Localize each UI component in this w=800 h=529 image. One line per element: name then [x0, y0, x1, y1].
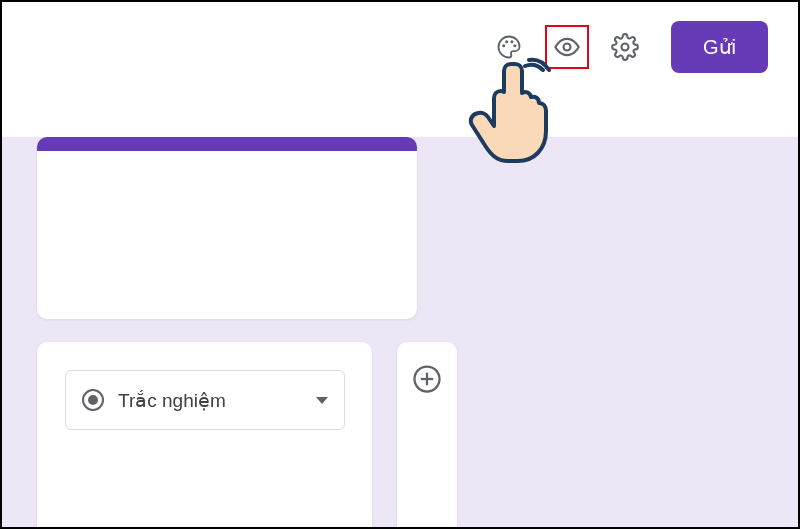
form-canvas: Trắc nghiệm: [2, 137, 798, 527]
form-title-card[interactable]: [37, 137, 417, 319]
preview-icon[interactable]: [545, 25, 589, 69]
card-accent-bar: [37, 137, 417, 151]
question-toolbar: [397, 342, 457, 529]
question-type-dropdown[interactable]: Trắc nghiệm: [65, 370, 345, 430]
svg-point-3: [513, 44, 516, 47]
svg-point-5: [622, 44, 629, 51]
svg-point-4: [564, 44, 571, 51]
chevron-down-icon: [316, 397, 328, 404]
question-card[interactable]: Trắc nghiệm: [37, 342, 372, 529]
radio-icon: [82, 389, 104, 411]
palette-icon[interactable]: [487, 25, 531, 69]
svg-point-2: [510, 40, 513, 43]
add-question-button[interactable]: [412, 364, 442, 394]
top-toolbar: Gửi: [2, 2, 798, 92]
svg-point-0: [502, 44, 505, 47]
settings-icon[interactable]: [603, 25, 647, 69]
question-type-label: Trắc nghiệm: [118, 389, 302, 412]
svg-point-1: [505, 40, 508, 43]
send-button[interactable]: Gửi: [671, 21, 768, 73]
